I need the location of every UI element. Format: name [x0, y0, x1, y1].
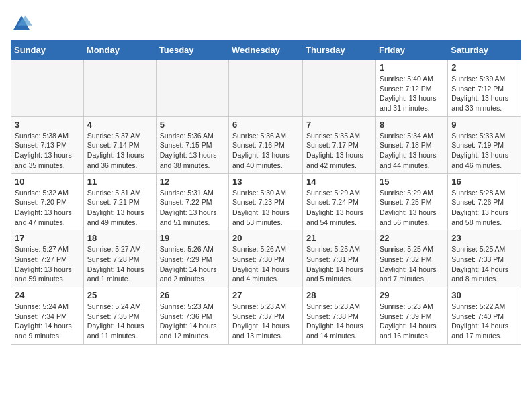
- day-cell: 29Sunrise: 5:23 AMSunset: 7:39 PMDayligh…: [375, 287, 447, 345]
- day-cell: [83, 60, 156, 117]
- day-detail: Sunrise: 5:34 AMSunset: 7:18 PMDaylight:…: [380, 131, 444, 171]
- week-row-4: 17Sunrise: 5:27 AMSunset: 7:27 PMDayligh…: [11, 230, 521, 287]
- day-cell: 13Sunrise: 5:30 AMSunset: 7:23 PMDayligh…: [229, 173, 303, 230]
- day-detail: Sunrise: 5:25 AMSunset: 7:31 PMDaylight:…: [306, 244, 372, 284]
- weekday-header-friday: Friday: [375, 41, 447, 60]
- day-detail: Sunrise: 5:24 AMSunset: 7:35 PMDaylight:…: [87, 302, 152, 341]
- day-number: 8: [380, 120, 444, 130]
- day-detail: Sunrise: 5:25 AMSunset: 7:33 PMDaylight:…: [451, 244, 517, 284]
- day-cell: 26Sunrise: 5:23 AMSunset: 7:36 PMDayligh…: [156, 287, 228, 345]
- day-cell: 24Sunrise: 5:24 AMSunset: 7:34 PMDayligh…: [11, 287, 84, 345]
- day-cell: 8Sunrise: 5:34 AMSunset: 7:18 PMDaylight…: [375, 116, 447, 173]
- day-detail: Sunrise: 5:31 AMSunset: 7:22 PMDaylight:…: [160, 188, 225, 228]
- day-number: 14: [306, 177, 372, 187]
- day-cell: [303, 60, 376, 117]
- day-cell: 3Sunrise: 5:38 AMSunset: 7:13 PMDaylight…: [11, 116, 84, 173]
- day-detail: Sunrise: 5:28 AMSunset: 7:26 PMDaylight:…: [451, 188, 517, 228]
- logo: [11, 13, 35, 35]
- day-cell: 15Sunrise: 5:29 AMSunset: 7:25 PMDayligh…: [375, 173, 447, 230]
- day-detail: Sunrise: 5:26 AMSunset: 7:29 PMDaylight:…: [160, 244, 225, 284]
- day-detail: Sunrise: 5:37 AMSunset: 7:14 PMDaylight:…: [87, 131, 152, 171]
- day-number: 24: [15, 290, 80, 300]
- week-row-5: 24Sunrise: 5:24 AMSunset: 7:34 PMDayligh…: [11, 287, 521, 345]
- day-detail: Sunrise: 5:23 AMSunset: 7:36 PMDaylight:…: [160, 302, 225, 341]
- day-cell: 6Sunrise: 5:36 AMSunset: 7:16 PMDaylight…: [229, 116, 303, 173]
- day-cell: 23Sunrise: 5:25 AMSunset: 7:33 PMDayligh…: [448, 230, 521, 287]
- day-cell: 14Sunrise: 5:29 AMSunset: 7:24 PMDayligh…: [303, 173, 376, 230]
- day-cell: 11Sunrise: 5:31 AMSunset: 7:21 PMDayligh…: [83, 173, 156, 230]
- day-detail: Sunrise: 5:29 AMSunset: 7:24 PMDaylight:…: [306, 188, 372, 228]
- week-row-1: 1Sunrise: 5:40 AMSunset: 7:12 PMDaylight…: [11, 60, 521, 117]
- day-number: 4: [87, 120, 152, 130]
- logo-icon: [11, 13, 32, 35]
- day-cell: 19Sunrise: 5:26 AMSunset: 7:29 PMDayligh…: [156, 230, 228, 287]
- day-detail: Sunrise: 5:22 AMSunset: 7:40 PMDaylight:…: [451, 302, 517, 341]
- day-cell: 25Sunrise: 5:24 AMSunset: 7:35 PMDayligh…: [83, 287, 156, 345]
- day-number: 7: [306, 120, 372, 130]
- day-detail: Sunrise: 5:25 AMSunset: 7:32 PMDaylight:…: [380, 244, 444, 284]
- day-detail: Sunrise: 5:30 AMSunset: 7:23 PMDaylight:…: [232, 188, 299, 228]
- day-detail: Sunrise: 5:39 AMSunset: 7:12 PMDaylight:…: [451, 74, 517, 113]
- day-number: 13: [232, 177, 299, 187]
- day-number: 3: [15, 120, 80, 130]
- day-cell: 10Sunrise: 5:32 AMSunset: 7:20 PMDayligh…: [11, 173, 84, 230]
- day-cell: 28Sunrise: 5:23 AMSunset: 7:38 PMDayligh…: [303, 287, 376, 345]
- day-detail: Sunrise: 5:29 AMSunset: 7:25 PMDaylight:…: [380, 188, 444, 228]
- day-number: 1: [380, 62, 444, 73]
- day-number: 27: [232, 290, 299, 300]
- weekday-header-thursday: Thursday: [303, 41, 376, 60]
- day-detail: Sunrise: 5:35 AMSunset: 7:17 PMDaylight:…: [306, 131, 372, 171]
- day-detail: Sunrise: 5:23 AMSunset: 7:39 PMDaylight:…: [380, 302, 444, 341]
- day-cell: 20Sunrise: 5:26 AMSunset: 7:30 PMDayligh…: [229, 230, 303, 287]
- day-cell: 18Sunrise: 5:27 AMSunset: 7:28 PMDayligh…: [83, 230, 156, 287]
- day-number: 17: [15, 233, 80, 243]
- day-detail: Sunrise: 5:26 AMSunset: 7:30 PMDaylight:…: [232, 244, 299, 284]
- weekday-header-row: SundayMondayTuesdayWednesdayThursdayFrid…: [11, 41, 521, 60]
- day-detail: Sunrise: 5:27 AMSunset: 7:28 PMDaylight:…: [87, 244, 152, 284]
- day-number: 23: [451, 233, 517, 243]
- day-cell: 22Sunrise: 5:25 AMSunset: 7:32 PMDayligh…: [375, 230, 447, 287]
- day-number: 18: [87, 233, 152, 243]
- day-number: 9: [451, 120, 517, 130]
- day-number: 16: [451, 177, 517, 187]
- day-detail: Sunrise: 5:33 AMSunset: 7:19 PMDaylight:…: [451, 131, 517, 171]
- day-detail: Sunrise: 5:36 AMSunset: 7:16 PMDaylight:…: [232, 131, 299, 171]
- day-detail: Sunrise: 5:36 AMSunset: 7:15 PMDaylight:…: [160, 131, 225, 171]
- week-row-2: 3Sunrise: 5:38 AMSunset: 7:13 PMDaylight…: [11, 116, 521, 173]
- day-cell: [11, 60, 84, 117]
- day-cell: 16Sunrise: 5:28 AMSunset: 7:26 PMDayligh…: [448, 173, 521, 230]
- day-detail: Sunrise: 5:40 AMSunset: 7:12 PMDaylight:…: [380, 74, 444, 113]
- day-number: 6: [232, 120, 299, 130]
- day-detail: Sunrise: 5:31 AMSunset: 7:21 PMDaylight:…: [87, 188, 152, 228]
- day-number: 2: [451, 62, 517, 73]
- day-number: 5: [160, 120, 225, 130]
- day-detail: Sunrise: 5:23 AMSunset: 7:38 PMDaylight:…: [306, 302, 372, 341]
- day-cell: 27Sunrise: 5:23 AMSunset: 7:37 PMDayligh…: [229, 287, 303, 345]
- day-cell: [156, 60, 228, 117]
- day-cell: 17Sunrise: 5:27 AMSunset: 7:27 PMDayligh…: [11, 230, 84, 287]
- day-detail: Sunrise: 5:38 AMSunset: 7:13 PMDaylight:…: [15, 131, 80, 171]
- day-cell: 7Sunrise: 5:35 AMSunset: 7:17 PMDaylight…: [303, 116, 376, 173]
- day-number: 10: [15, 177, 80, 187]
- day-number: 11: [87, 177, 152, 187]
- day-detail: Sunrise: 5:23 AMSunset: 7:37 PMDaylight:…: [232, 302, 299, 341]
- day-cell: 30Sunrise: 5:22 AMSunset: 7:40 PMDayligh…: [448, 287, 521, 345]
- day-number: 29: [380, 290, 444, 300]
- day-detail: Sunrise: 5:27 AMSunset: 7:27 PMDaylight:…: [15, 244, 80, 284]
- page-header: [11, 11, 521, 35]
- weekday-header-tuesday: Tuesday: [156, 41, 228, 60]
- day-number: 15: [380, 177, 444, 187]
- day-number: 19: [160, 233, 225, 243]
- day-number: 26: [160, 290, 225, 300]
- day-cell: [229, 60, 303, 117]
- day-cell: 2Sunrise: 5:39 AMSunset: 7:12 PMDaylight…: [448, 60, 521, 117]
- weekday-header-sunday: Sunday: [11, 41, 84, 60]
- day-number: 28: [306, 290, 372, 300]
- day-number: 25: [87, 290, 152, 300]
- day-cell: 12Sunrise: 5:31 AMSunset: 7:22 PMDayligh…: [156, 173, 228, 230]
- calendar-table: SundayMondayTuesdayWednesdayThursdayFrid…: [11, 40, 521, 345]
- day-cell: 4Sunrise: 5:37 AMSunset: 7:14 PMDaylight…: [83, 116, 156, 173]
- day-number: 22: [380, 233, 444, 243]
- weekday-header-monday: Monday: [83, 41, 156, 60]
- day-number: 21: [306, 233, 372, 243]
